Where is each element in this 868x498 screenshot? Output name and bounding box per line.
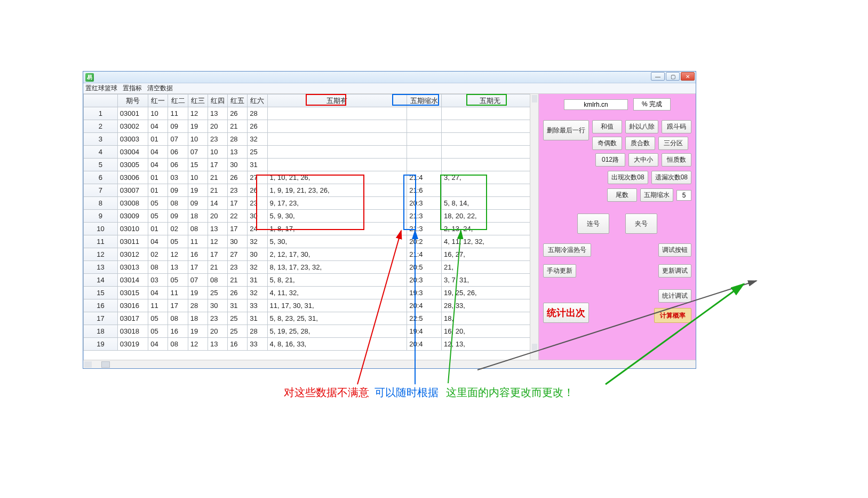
red-cell: 04: [148, 159, 168, 171]
hengzhi-button[interactable]: 恒质数: [662, 153, 691, 167]
chuxian-button[interactable]: 出现次数08: [608, 171, 648, 184]
gengxin-tiaoshi-button[interactable]: 更新调试: [658, 264, 691, 278]
col-wuqisuoshui[interactable]: 五期缩水: [407, 94, 442, 107]
red-cell: 10: [208, 146, 227, 159]
red-cell: 13: [208, 223, 227, 235]
maximize-button[interactable]: ▢: [666, 72, 680, 81]
table-row[interactable]: 19030190408121316334, 8, 16, 33,20:412, …: [84, 338, 538, 351]
table-row[interactable]: 103001101112132628: [84, 107, 538, 120]
table-row[interactable]: 8030080508091417239, 17, 23,20:35, 8, 14…: [84, 197, 538, 210]
minimize-button[interactable]: —: [651, 72, 665, 81]
red-cell: 20: [208, 120, 227, 133]
menu-set-balls[interactable]: 置红球篮球: [85, 84, 117, 93]
red-cell: 12: [188, 338, 208, 351]
table-row[interactable]: 18030180516192025285, 19, 25, 28,19:416,…: [84, 325, 538, 338]
table-row[interactable]: 12030120212161727302, 12, 17, 30,21:416,…: [84, 248, 538, 261]
wuqisuoshui-cell: 20:2: [407, 235, 442, 248]
menu-set-index[interactable]: 置指标: [123, 84, 142, 93]
table-row[interactable]: 13030130813172123328, 13, 17, 23, 32,20:…: [84, 261, 538, 274]
tongji-tiaoshi-button[interactable]: 统计调试: [658, 289, 691, 303]
red-cell: 01: [148, 223, 168, 235]
annotation-blue: 可以随时根据: [375, 385, 439, 400]
red-cell: 18: [188, 312, 208, 325]
wuqisuoshui-button[interactable]: 五期缩水: [640, 188, 673, 202]
red-cell: 04: [148, 287, 168, 299]
table-row[interactable]: 203002040919202126: [84, 120, 538, 133]
col-r3[interactable]: 红三: [188, 94, 208, 107]
titlebar[interactable]: 易 — ▢ ✕: [83, 72, 696, 83]
delete-last-row-button[interactable]: 删除最后一行: [543, 120, 589, 140]
table-row[interactable]: 160301611172830313311, 17, 30, 31,20:428…: [84, 299, 538, 312]
table-row[interactable]: 17030170508182325315, 8, 23, 25, 31,22:5…: [84, 312, 538, 325]
col-wuqiyou[interactable]: 五期有: [267, 94, 407, 107]
annotation-red: 对这些数据不满意: [284, 385, 369, 400]
wuqisuoshui-cell: 21:3: [407, 223, 442, 235]
yilou-button[interactable]: 遗漏次数08: [651, 171, 691, 184]
site-field[interactable]: kmlrh.cn: [564, 99, 628, 110]
wuqiwu-cell: 4, 11, 12, 32,: [442, 235, 538, 248]
red-cell: 30: [228, 159, 248, 171]
table-row[interactable]: 9030090509182022305, 9, 30,21:318, 20, 2…: [84, 210, 538, 223]
table-row[interactable]: 303003010710232832: [84, 133, 538, 146]
table-row[interactable]: 403004040607101325: [84, 146, 538, 159]
col-r1[interactable]: 红一: [148, 94, 168, 107]
zhihe-button[interactable]: 质合数: [625, 137, 655, 150]
tongji-chuci-button[interactable]: 统计出次: [543, 303, 589, 323]
dazhongxiao-button[interactable]: 大中小: [628, 153, 658, 167]
lu012-button[interactable]: 012路: [595, 153, 625, 167]
red-cell: 05: [148, 325, 168, 338]
table-row[interactable]: 15030150411192526324, 11, 32,19:319, 25,…: [84, 287, 538, 299]
col-r2[interactable]: 红二: [168, 94, 188, 107]
table-row[interactable]: 6030060103102126271, 10, 21, 26,21:43, 2…: [84, 171, 538, 184]
jiahao-button[interactable]: 夹号: [625, 214, 657, 234]
red-cell: 05: [148, 210, 168, 223]
rownum-cell: 16: [84, 299, 118, 312]
table-row[interactable]: 14030140305070821315, 8, 21,20:33, 7, 31…: [84, 274, 538, 287]
menu-clear-data[interactable]: 清空数据: [147, 84, 173, 93]
col-r5[interactable]: 红五: [228, 94, 248, 107]
qihao-cell: 03011: [117, 235, 148, 248]
col-r6[interactable]: 红六: [248, 94, 267, 107]
red-cell: 28: [248, 107, 267, 120]
red-cell: 31: [228, 299, 248, 312]
gendouma-button[interactable]: 跟斗码: [662, 120, 691, 133]
data-grid[interactable]: 期号 红一 红二 红三 红四 红五 红六 五期有 五期缩水 五期无 103001…: [83, 94, 539, 360]
col-r4[interactable]: 红四: [208, 94, 227, 107]
wuqiyou-cell: 4, 8, 16, 33,: [267, 338, 407, 351]
qihao-cell: 03006: [117, 171, 148, 184]
qiou-button[interactable]: 奇偶数: [592, 137, 622, 150]
wuqisuoshui-cell: 21:4: [407, 171, 442, 184]
red-cell: 21: [208, 184, 227, 197]
red-cell: 28: [188, 299, 208, 312]
red-cell: 02: [148, 248, 168, 261]
guayibachu-button[interactable]: 卦以八除: [625, 120, 658, 133]
suoshui-value-input[interactable]: 5: [676, 190, 691, 201]
horizontal-scrollbar[interactable]: [83, 360, 696, 368]
rownum-cell: 4: [84, 146, 118, 159]
lianhao-button[interactable]: 连号: [577, 214, 609, 234]
col-wuqiwu[interactable]: 五期无: [442, 94, 538, 107]
lengwenre-button[interactable]: 五期冷温热号: [543, 243, 591, 257]
wuqiwu-cell: 19, 25, 26,: [442, 287, 538, 299]
table-row[interactable]: 11030110405111230325, 30,20:24, 11, 12, …: [84, 235, 538, 248]
rownum-cell: 5: [84, 159, 118, 171]
qihao-cell: 03009: [117, 210, 148, 223]
tiaoshi-button[interactable]: 调试按钮: [658, 243, 691, 257]
table-row[interactable]: 7030070109192123261, 9, 19, 21, 23, 26,2…: [84, 184, 538, 197]
weishu-button[interactable]: 尾数: [607, 188, 637, 202]
app-window: 易 — ▢ ✕ 置红球篮球 置指标 清空数据 期号 红一 红二 红三 红四: [83, 71, 696, 369]
red-cell: 08: [168, 338, 188, 351]
table-row[interactable]: 503005040615173031: [84, 159, 538, 171]
red-cell: 20: [208, 325, 227, 338]
col-qihao[interactable]: 期号: [117, 94, 148, 107]
vertical-scrollbar[interactable]: [530, 94, 538, 360]
sanfenqu-button[interactable]: 三分区: [658, 137, 688, 150]
shoudong-button[interactable]: 手动更新: [543, 264, 576, 278]
close-button[interactable]: ✕: [681, 72, 695, 81]
red-cell: 10: [188, 171, 208, 184]
qihao-cell: 03002: [117, 120, 148, 133]
jisuan-gailv-button[interactable]: 计算概率: [654, 308, 691, 323]
hezhi-button[interactable]: 和值: [592, 120, 622, 133]
table-row[interactable]: 10030100102081317241, 8, 17,21:32, 13, 2…: [84, 223, 538, 235]
red-cell: 08: [168, 197, 188, 210]
